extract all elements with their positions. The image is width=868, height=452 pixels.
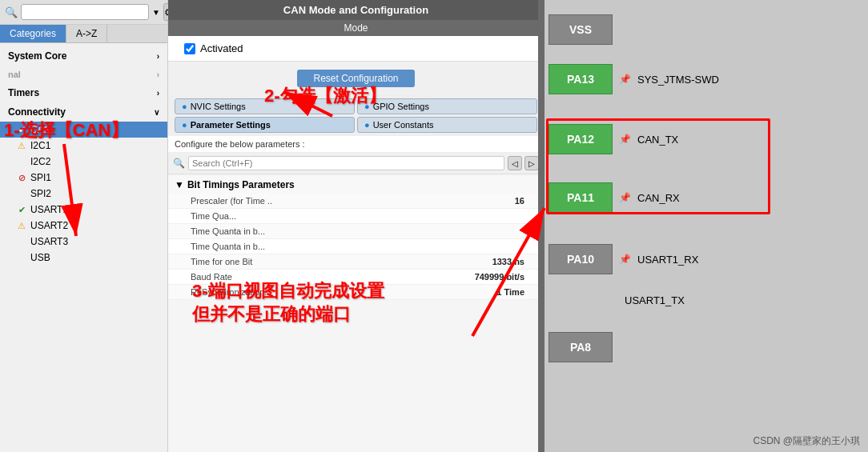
activated-row: Activated bbox=[168, 36, 544, 62]
item-label: SPI1 bbox=[30, 172, 51, 183]
warn-icon: ⚠ bbox=[16, 221, 27, 231]
next-search-button[interactable]: ▷ bbox=[524, 156, 539, 170]
check-icon: ● bbox=[182, 120, 187, 130]
sidebar-section-timers[interactable]: Timers › bbox=[0, 83, 167, 102]
config-tab-parameter[interactable]: ● Parameter Settings bbox=[175, 117, 355, 133]
param-row: Time Quanta in b... bbox=[168, 239, 544, 254]
param-name: Time Quanta in b... bbox=[191, 242, 265, 251]
pin-box-pa11: PA11 bbox=[549, 182, 613, 213]
param-value: 1 Time bbox=[496, 287, 524, 297]
pin-label: PA8 bbox=[570, 341, 591, 354]
section-label: Timers bbox=[8, 87, 39, 98]
sidebar-search-bar: 🔍 ▼ ⚙ bbox=[0, 0, 167, 25]
param-name: Time Quanta in b... bbox=[191, 226, 265, 236]
pin-box-pa10: PA10 bbox=[549, 244, 613, 274]
chevron-right-icon: › bbox=[157, 52, 159, 61]
sidebar-section-systemcore[interactable]: System Core › bbox=[0, 46, 167, 66]
sidebar-item-i2c2[interactable]: I2C2 bbox=[0, 154, 167, 170]
tab-categories[interactable]: Categories bbox=[0, 25, 66, 42]
dropdown-arrow: ▼ bbox=[152, 8, 160, 17]
param-name: ReSynchronization... bbox=[191, 287, 272, 297]
right-panel: VSS PA13 📌 SYS_JTMS-SWD PA12 📌 CAN_TX PA… bbox=[545, 0, 868, 452]
pin-signal: USART1_RX bbox=[637, 254, 698, 266]
pin-pa8: PA8 bbox=[549, 332, 613, 362]
pin-signal: CAN_RX bbox=[637, 192, 680, 204]
param-row: Baud Rate 749999 bit/s bbox=[168, 270, 544, 285]
param-value: 1333 ns bbox=[492, 257, 524, 266]
tab-label: User Constants bbox=[373, 120, 434, 130]
search-input[interactable] bbox=[21, 4, 149, 20]
pin-label: PA12 bbox=[567, 133, 594, 146]
sidebar-item-usb[interactable]: USB bbox=[0, 250, 167, 266]
pin-label: VSS bbox=[569, 23, 592, 36]
pin-signal: CAN_TX bbox=[637, 134, 678, 146]
check-icon: ● bbox=[364, 120, 370, 130]
sidebar-item-usart3[interactable]: USART3 bbox=[0, 234, 167, 250]
center-divider bbox=[538, 0, 545, 452]
bit-timings-section: ▼ Bit Timings Parameters Prescaler (for … bbox=[168, 174, 544, 302]
param-row: ReSynchronization... 1 Time bbox=[168, 285, 544, 300]
pin-box-pa12: PA12 bbox=[549, 124, 613, 154]
pin-pa10: PA10 📌 USART1_RX bbox=[549, 244, 698, 274]
pushpin-icon: 📌 bbox=[619, 254, 631, 265]
pin-label: PA11 bbox=[567, 191, 594, 204]
panel-title: CAN Mode and Configuration bbox=[168, 0, 544, 20]
param-name: Time Qua... bbox=[191, 211, 236, 221]
sidebar: 🔍 ▼ ⚙ Categories A->Z System Core › nal … bbox=[0, 0, 168, 452]
chevron-down-icon: ∨ bbox=[154, 108, 159, 117]
bit-timings-header[interactable]: ▼ Bit Timings Parameters bbox=[168, 176, 544, 194]
pin-box-pa8: PA8 bbox=[549, 332, 613, 362]
item-label: SPI2 bbox=[30, 188, 51, 199]
sidebar-item-usart2[interactable]: ⚠ USART2 bbox=[0, 218, 167, 234]
item-label: USART3 bbox=[30, 236, 68, 247]
pin-box-pa13: PA13 bbox=[549, 64, 613, 94]
pin-pa13: PA13 📌 SYS_JTMS-SWD bbox=[549, 64, 719, 94]
main-panel: CAN Mode and Configuration Mode Activate… bbox=[168, 0, 545, 452]
check-icon: ● bbox=[182, 102, 187, 111]
pushpin-icon: 📌 bbox=[619, 192, 631, 203]
sidebar-tabs: Categories A->Z bbox=[0, 25, 167, 43]
sidebar-item-spi1[interactable]: ⊘ SPI1 bbox=[0, 170, 167, 186]
param-name: Baud Rate bbox=[191, 272, 232, 282]
pin-container: VSS PA13 📌 SYS_JTMS-SWD PA12 📌 CAN_TX PA… bbox=[545, 0, 868, 452]
pin-label: PA10 bbox=[567, 253, 594, 266]
search-buttons: ◁ ▷ bbox=[508, 156, 539, 170]
pushpin-icon: 📌 bbox=[619, 74, 631, 85]
pin-pa12: PA12 📌 CAN_TX bbox=[549, 124, 678, 154]
header-label: Bit Timings Parameters bbox=[187, 179, 295, 190]
param-row: Time for one Bit 1333 ns bbox=[168, 254, 544, 270]
search-icon: 🔍 bbox=[5, 6, 18, 18]
prev-search-button[interactable]: ◁ bbox=[508, 156, 522, 170]
sidebar-section-nal[interactable]: nal › bbox=[0, 66, 167, 83]
param-name: Prescaler (for Time .. bbox=[191, 196, 272, 206]
pin-signal: USART1_TX bbox=[625, 294, 685, 306]
item-label: USART1 bbox=[30, 204, 68, 215]
activated-label: Activated bbox=[200, 42, 243, 54]
param-row: Prescaler (for Time .. 16 bbox=[168, 194, 544, 209]
item-label: USB bbox=[30, 252, 50, 263]
annotation-1: 1-选择【CAN】 bbox=[4, 118, 128, 142]
sidebar-content: System Core › nal › Timers › Connectivit… bbox=[0, 43, 167, 452]
tab-atoz[interactable]: A->Z bbox=[66, 25, 107, 42]
pin-label: PA13 bbox=[567, 73, 594, 86]
pin-usart1tx: USART1_TX bbox=[625, 294, 685, 306]
activated-checkbox[interactable] bbox=[184, 43, 195, 54]
item-label: USART2 bbox=[30, 220, 68, 231]
pin-vss: VSS bbox=[549, 14, 613, 45]
item-label: I2C2 bbox=[30, 156, 50, 167]
tab-label: Parameter Settings bbox=[191, 120, 271, 130]
cross-icon: ⊘ bbox=[16, 173, 27, 183]
params-area: Configure the below parameters : 🔍 ◁ ▷ ▼… bbox=[168, 136, 544, 452]
configure-label: Configure the below parameters : bbox=[168, 136, 544, 153]
pushpin-icon: 📌 bbox=[619, 134, 631, 145]
params-search-input[interactable] bbox=[188, 156, 504, 170]
search-icon: 🔍 bbox=[173, 158, 185, 169]
pin-box-vss: VSS bbox=[549, 14, 613, 45]
footer: CSDN @隔壁家的王小琪 bbox=[753, 434, 860, 448]
param-value: 16 bbox=[515, 196, 524, 206]
config-tab-userconstants[interactable]: ● User Constants bbox=[357, 117, 537, 133]
param-value: 749999 bit/s bbox=[475, 272, 524, 282]
sidebar-item-usart1[interactable]: ✔ USART1 bbox=[0, 202, 167, 218]
sidebar-item-spi2[interactable]: SPI2 bbox=[0, 186, 167, 202]
annotation-2: 2-勾选【激活】 bbox=[264, 84, 386, 108]
